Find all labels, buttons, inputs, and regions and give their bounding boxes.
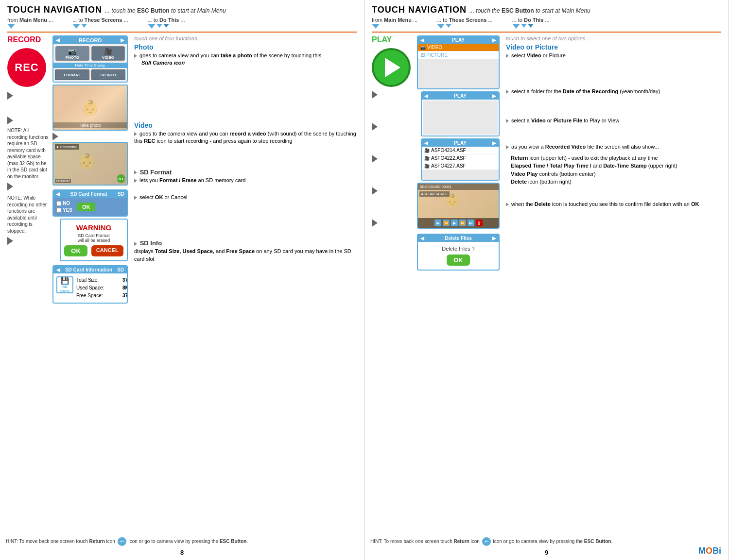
nav-arrow-5 — [156, 24, 162, 28]
left-title: TOUCH NAVIGATION — [7, 5, 102, 15]
nav-from: from Main Menu ... — [7, 17, 53, 29]
video-details: Return icon (upper left) - used to exit … — [506, 154, 721, 186]
yes-checkbox[interactable] — [56, 208, 61, 213]
file-item-3[interactable]: 🎥 ASFO4227.ASF — [422, 162, 499, 170]
left-nav-row: from Main Menu ... ... to These Screens … — [7, 17, 357, 33]
option-2-desc: select a folder for the Date of the Reco… — [506, 88, 721, 95]
info-btn[interactable]: SD INFO — [91, 69, 126, 80]
delete-btn[interactable]: 🗑 — [476, 220, 483, 226]
nav-to: ... to These Screens ... — [72, 17, 128, 29]
right-page-num: 9 — [545, 549, 548, 556]
nav-do: ... to Do This ... — [148, 17, 185, 29]
end-btn[interactable]: ⏭ — [468, 220, 474, 226]
right-nav-arrow-3 — [446, 24, 451, 28]
video-player-screen: 👶 00:00:01/00:00:03 ASF04214.ASF ⏮ ⏪ ▶ ⏩… — [417, 183, 500, 229]
sd-info-screen: ◀ SD Card Information SD 💾SD INFO Total … — [52, 265, 128, 304]
right-nav-arrow-5 — [521, 24, 527, 28]
right-nav-row: from Main Menu ... ... to These Screens … — [372, 17, 721, 33]
recorded-video-desc: as you view a Recorded Video file the sc… — [506, 143, 721, 151]
right-return-icon: ↩ — [482, 537, 491, 546]
mobi-logo: MOBi — [698, 546, 721, 556]
recording-screen: 👶 ● Recording REC 00:00:00 — [52, 142, 128, 186]
right-arrow-1 — [372, 91, 378, 99]
right-hint-bar: HINT: To move back one screen touch Retu… — [364, 535, 729, 548]
file-item-2[interactable]: 🎥 ASFO4222.ASF — [422, 154, 499, 162]
section-arrow-rec — [52, 133, 58, 140]
sd-format-select: select OK or Cancel — [134, 194, 357, 201]
cancel-button[interactable]: CANCEL — [91, 245, 123, 256]
sd-info-title: SD Info — [134, 239, 357, 247]
take-photo-screen: 👶 Take photo — [52, 85, 128, 131]
right-nav-to: ... to These Screens ... — [437, 17, 492, 29]
rec-text: REC — [15, 61, 38, 74]
no-checkbox[interactable] — [56, 201, 61, 206]
ok-button-2[interactable]: OK — [64, 245, 87, 256]
photo-btn[interactable]: 📷 PHOTO — [55, 46, 89, 61]
note-2: NOTE: While recording no other functions… — [7, 195, 49, 234]
photo-desc: goes to camera view and you can take a p… — [134, 52, 357, 67]
nav-arrow-4 — [148, 24, 156, 29]
return-icon: ↩ — [118, 537, 126, 546]
right-arrow-2 — [372, 123, 378, 131]
nav-arrow-1 — [7, 24, 15, 29]
video-btn[interactable]: 🎥 VIDEO — [91, 46, 125, 61]
warning-title: WARNING — [65, 223, 123, 232]
sd-format-header: ◀ SD Card Format SD — [53, 190, 127, 198]
delete-ok-btn[interactable]: OK — [447, 255, 470, 266]
right-nav-arrow-4 — [512, 24, 520, 29]
play-icon — [372, 48, 411, 87]
delete-files-screen: ◀ Delete Files ▶ Delete Files ? OK — [417, 234, 500, 271]
left-page: TOUCH NAVIGATION ... touch the ESC Butto… — [0, 0, 364, 560]
video-or-picture-title: Video or Picture — [506, 43, 721, 51]
record-screen-mock: ◀ RECORD ▶ 📷 PHOTO 🎥 VIDEO — [52, 35, 128, 83]
play-select-screen: ◀ PLAY ▶ 📷 VIDEO 🖼 PICTURE — [417, 35, 500, 89]
sd-format-title: SD Format — [134, 169, 357, 176]
touch-one-of-four: touch one of four functions... — [134, 35, 357, 41]
video-desc: goes to the camera view and you can reco… — [134, 130, 357, 145]
play-folder-screen: ◀ PLAY ▶ — [421, 91, 500, 136]
format-btn[interactable]: FORMAT — [55, 69, 89, 80]
prev-btn[interactable]: ⏪ — [443, 220, 450, 226]
right-nav-arrow-1 — [372, 24, 380, 29]
right-arrow-5 — [372, 219, 378, 227]
nav-arrow-3 — [81, 24, 87, 28]
sd-info-desc: displays Total Size, Used Space, and Fre… — [134, 248, 357, 263]
right-page: TOUCH NAVIGATION ... touch the ESC Butto… — [364, 0, 729, 560]
rewind-btn[interactable]: ⏮ — [434, 220, 441, 226]
touch-select-two: touch to select one of two options... — [506, 35, 721, 41]
right-nav-arrow-6 — [528, 24, 534, 28]
delete-prompt: Delete Files ? — [422, 246, 495, 252]
video-title: Video — [134, 121, 357, 129]
nav-arrow-6 — [163, 24, 169, 28]
left-page-num: 8 — [180, 549, 184, 556]
left-hint-bar: HINT: To move back one screen touch Retu… — [0, 535, 364, 548]
section-arrow-sdinfo — [7, 237, 13, 245]
video-option[interactable]: 📷 VIDEO — [418, 44, 499, 51]
sd-icon: 💾SD INFO — [56, 276, 73, 293]
option-1-desc: select Video or Picture — [506, 52, 721, 59]
play-btn[interactable]: ▶ — [451, 220, 458, 226]
rec-icon: REC — [7, 48, 46, 87]
right-arrow-3 — [372, 155, 378, 163]
sd-format-desc: lets you Format / Erase an SD memory car… — [134, 177, 357, 184]
right-title: TOUCH NAVIGATION — [372, 5, 467, 15]
warning-body: SD Card Formatwill all be erased — [65, 233, 123, 243]
date-stamp: Date Time Stamp — [53, 63, 127, 68]
section-arrow-sdformat — [7, 183, 13, 190]
right-subtitle: ... touch the ESC Button to start at Mai… — [469, 7, 590, 14]
file-item-1[interactable]: 🎥 ASFO4214.ASF — [422, 147, 499, 154]
right-header: TOUCH NAVIGATION ... touch the ESC Butto… — [372, 5, 721, 15]
picture-option[interactable]: 🖼 PICTURE — [418, 51, 499, 59]
option-3-desc: select a Video or Picture File to Play o… — [506, 117, 721, 124]
play-label: PLAY — [372, 35, 413, 44]
note-1: NOTE: All recording functions require an… — [7, 127, 49, 180]
ok-button-1[interactable]: OK — [77, 203, 95, 211]
delete-confirm-desc: when the Delete icon is touched you see … — [506, 201, 721, 208]
section-arrow-video — [7, 117, 13, 124]
right-arrow-4 — [372, 187, 378, 195]
next-btn[interactable]: ⏩ — [459, 220, 466, 226]
play-file-screen: ◀ PLAY ▶ 🎥 ASFO4214.ASF 🎥 ASFO4222.ASF 🎥… — [421, 138, 500, 181]
record-label: RECORD — [7, 35, 49, 44]
warning-dialog: WARNING SD Card Formatwill all be erased… — [60, 219, 128, 261]
photo-title: Photo — [134, 43, 357, 51]
